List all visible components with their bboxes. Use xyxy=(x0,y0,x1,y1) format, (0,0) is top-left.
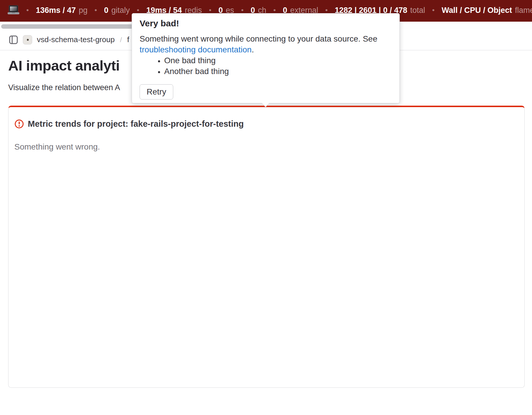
laptop-icon xyxy=(8,5,19,15)
popover-body: Something went wrong while connecting to… xyxy=(140,33,392,55)
panel-title-row: Metric trends for project: fake-rails-pr… xyxy=(14,119,519,129)
panel-title: Metric trends for project: fake-rails-pr… xyxy=(28,119,244,129)
separator-dot xyxy=(432,6,435,14)
retry-button[interactable]: Retry xyxy=(140,84,173,100)
error-popover: Very bad! Something went wrong while con… xyxy=(132,13,400,103)
popover-issue-item: One bad thing xyxy=(164,55,392,66)
sidebar-toggle-icon[interactable] xyxy=(9,35,18,44)
error-icon xyxy=(14,119,24,129)
separator-dot xyxy=(26,6,29,14)
panel-error-message: Something went wrong. xyxy=(14,142,519,152)
popover-issues-list: One bad thing Another bad thing xyxy=(140,55,392,77)
popover-body-suffix: . xyxy=(252,45,254,54)
popover-title: Very bad! xyxy=(140,18,392,29)
perf-metric-gitaly[interactable]: 0 gitaly xyxy=(104,6,130,15)
perf-metric-pg[interactable]: 136ms / 47 pg xyxy=(36,6,87,15)
perf-flamegraph-links[interactable]: Wall / CPU / Object flamegraph xyxy=(442,6,532,15)
page-subtitle: Visualize the relation between A xyxy=(8,83,120,92)
separator-dot xyxy=(95,6,97,14)
metric-trends-panel: Metric trends for project: fake-rails-pr… xyxy=(8,106,525,388)
breadcrumb-separator: / xyxy=(120,36,122,44)
popover-issue-item: Another bad thing xyxy=(164,66,392,77)
breadcrumb-group-link[interactable]: vsd-schema-test-group xyxy=(37,35,115,44)
troubleshooting-doc-link[interactable]: troubleshooting documentation xyxy=(140,45,252,54)
group-avatar[interactable] xyxy=(23,35,32,44)
page-title: AI impact analyti xyxy=(8,57,120,74)
breadcrumb-project-link[interactable]: f xyxy=(127,35,129,44)
popover-body-text: Something went wrong while connecting to… xyxy=(140,34,377,43)
